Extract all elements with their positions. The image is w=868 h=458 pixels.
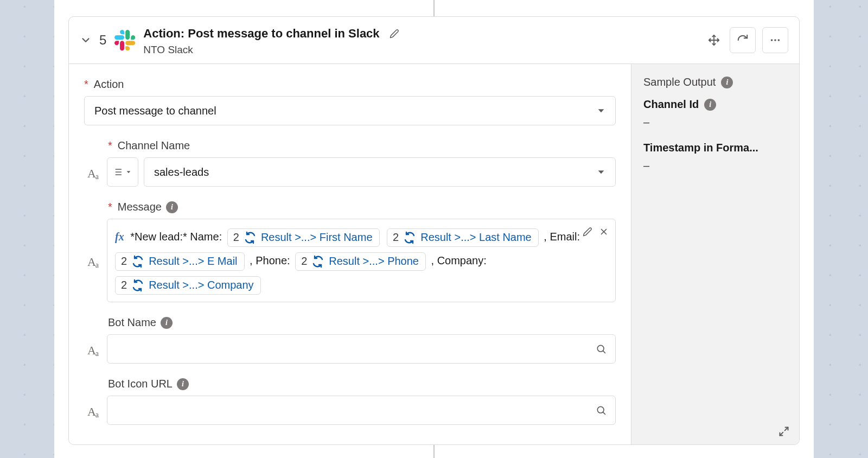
required-indicator: * (84, 78, 88, 91)
search-icon (596, 344, 607, 354)
field-mode-button[interactable] (107, 157, 138, 187)
channel-name-select[interactable]: sales-leads (144, 157, 616, 187)
channel-name-label: Channel Name (118, 139, 190, 152)
chevron-down-icon (597, 106, 605, 115)
step-card: 5 Action: Post message to channel in Sla… (68, 16, 800, 445)
data-pill[interactable]: 2 Result >...> E Mail (115, 252, 245, 271)
svg-marker-10 (598, 170, 604, 174)
move-icon[interactable] (705, 31, 723, 49)
fx-icon: fx (115, 231, 124, 243)
text-type-icon: Aa (85, 396, 101, 425)
chevron-down-icon (597, 168, 605, 176)
card-header: 5 Action: Post message to channel in Sla… (69, 17, 799, 64)
svg-marker-5 (598, 109, 604, 112)
channel-name-value: sales-leads (154, 166, 209, 179)
message-text-prefix: *New lead:* Name: (130, 231, 222, 243)
message-formula-input[interactable]: fx *New lead:* Name: 2 Result >...> Firs… (107, 219, 616, 302)
more-actions-button[interactable] (762, 27, 788, 53)
sample-field-value: – (643, 160, 787, 172)
svg-point-4 (778, 39, 780, 41)
message-label: Message (118, 201, 162, 213)
card-title: Action: Post message to channel in Slack (143, 27, 379, 41)
text-type-icon: Aa (85, 157, 101, 187)
svg-marker-9 (127, 171, 131, 173)
sample-field-label: Channel Id (643, 98, 699, 111)
bot-name-input[interactable] (107, 334, 616, 364)
search-icon (596, 405, 607, 416)
text-type-icon: Aa (85, 334, 101, 364)
refresh-button[interactable] (730, 27, 756, 53)
info-icon[interactable]: i (166, 201, 178, 213)
action-select[interactable]: Post message to channel (84, 96, 616, 125)
svg-point-2 (771, 39, 773, 41)
info-icon[interactable]: i (721, 77, 733, 88)
collapse-chevron-icon[interactable] (80, 34, 92, 46)
required-indicator: * (108, 201, 112, 213)
message-text-sep: , Phone: (250, 255, 290, 266)
cycle-icon (403, 231, 416, 244)
expand-icon[interactable] (778, 426, 789, 437)
action-select-value: Post message to channel (94, 105, 216, 117)
cycle-icon (311, 255, 324, 268)
data-pill[interactable]: 2 Result >...> Phone (295, 252, 426, 271)
sample-output-panel: Sample Output i Channel Id i – Timestamp… (631, 64, 799, 444)
sample-field-value: – (643, 116, 787, 129)
connector-line (433, 445, 435, 458)
bot-name-label: Bot Name (108, 316, 156, 329)
action-label: Action (94, 78, 124, 91)
cycle-icon (131, 279, 144, 292)
svg-point-15 (597, 406, 604, 413)
connector-line (433, 0, 435, 16)
info-icon[interactable]: i (161, 317, 173, 329)
edit-title-icon[interactable] (385, 24, 404, 43)
svg-line-16 (603, 412, 605, 415)
message-text-sep: , Company: (431, 255, 487, 266)
message-text-sep: , Email: (544, 231, 580, 243)
card-subtitle: NTO Slack (143, 44, 697, 56)
svg-point-13 (597, 345, 604, 352)
clear-formula-icon[interactable] (599, 227, 609, 237)
svg-line-14 (603, 351, 605, 353)
cycle-icon (131, 255, 144, 268)
step-number: 5 (99, 33, 106, 48)
data-pill[interactable]: 2 Result >...> First Name (227, 228, 380, 247)
data-pill[interactable]: 2 Result >...> Last Name (387, 228, 539, 247)
sample-output-heading: Sample Output (643, 76, 716, 88)
text-type-icon: Aa (85, 219, 101, 302)
data-pill[interactable]: 2 Result >...> Company (115, 276, 261, 295)
info-icon[interactable]: i (704, 99, 716, 111)
required-indicator: * (108, 139, 112, 152)
info-icon[interactable]: i (177, 378, 189, 390)
sample-field-label: Timestamp in Forma... (643, 142, 758, 154)
svg-point-3 (774, 39, 776, 41)
edit-formula-icon[interactable] (583, 227, 592, 237)
bot-icon-url-input[interactable] (107, 396, 616, 425)
cycle-icon (244, 231, 257, 244)
form-panel: * Action Post message to channel * Chan (69, 64, 631, 444)
slack-logo-icon (114, 29, 136, 51)
bot-icon-url-label: Bot Icon URL (108, 378, 173, 390)
